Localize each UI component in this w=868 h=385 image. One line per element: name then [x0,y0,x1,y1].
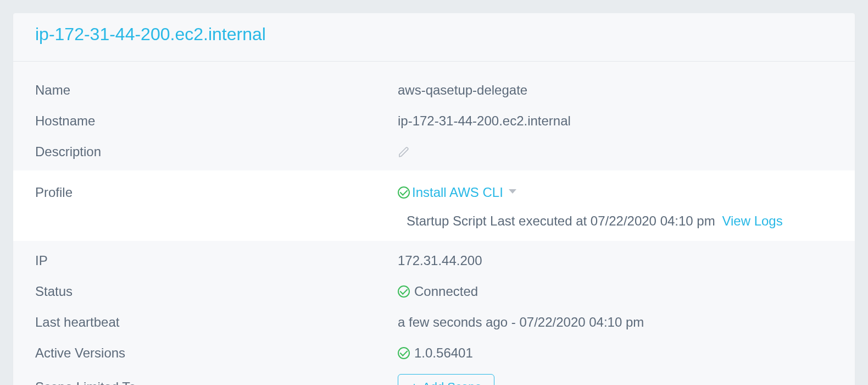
value-versions-cell: 1.0.56401 [398,343,833,363]
label-status: Status [35,282,398,301]
check-circle-icon [398,285,410,298]
label-hostname: Hostname [35,111,398,131]
row-description: Description [13,136,855,167]
value-status: Connected [414,282,478,301]
delegate-title-link[interactable]: ip-172-31-44-200.ec2.internal [35,24,266,44]
startup-script-text: Startup Script Last executed at 07/22/20… [407,213,715,228]
label-name: Name [35,80,398,100]
add-scope-button[interactable]: + Add Scope [398,374,494,385]
value-profile: Install AWS CLI Startup Script Last exec… [398,183,833,231]
install-aws-cli-link[interactable]: Install AWS CLI [412,183,503,202]
card-header: ip-172-31-44-200.ec2.internal [13,13,855,62]
row-versions: Active Versions 1.0.56401 [13,338,855,369]
row-name: Name aws-qasetup-delegate [13,62,855,106]
add-scope-label: Add Scope [422,380,482,385]
value-name: aws-qasetup-delegate [398,80,833,100]
plus-icon: + [410,381,418,385]
row-status: Status Connected [13,276,855,307]
row-hostname: Hostname ip-172-31-44-200.ec2.internal [13,106,855,136]
value-ip: 172.31.44.200 [398,251,833,271]
value-status-cell: Connected [398,282,833,301]
check-circle-icon [398,186,410,199]
pencil-icon[interactable] [398,145,411,158]
row-scope: Scope Limited To + Add Scope [13,369,855,385]
card-body: Name aws-qasetup-delegate Hostname ip-17… [13,62,855,385]
caret-down-icon[interactable] [509,189,516,194]
value-scope: + Add Scope [398,374,833,385]
label-ip: IP [35,251,398,271]
value-heartbeat: a few seconds ago - 07/22/2020 04:10 pm [398,312,833,332]
check-circle-icon [398,347,410,359]
profile-sub-line: Startup Script Last executed at 07/22/20… [398,211,783,231]
view-logs-link[interactable]: View Logs [722,213,782,228]
row-profile: Profile Install AWS CLI Startup Script L… [13,170,855,241]
label-versions: Active Versions [35,343,398,363]
label-heartbeat: Last heartbeat [35,312,398,332]
label-description: Description [35,142,398,162]
row-heartbeat: Last heartbeat a few seconds ago - 07/22… [13,307,855,338]
label-profile: Profile [35,183,398,202]
profile-install-row: Install AWS CLI [398,183,516,202]
label-scope: Scope Limited To [35,377,398,385]
value-hostname: ip-172-31-44-200.ec2.internal [398,111,833,131]
row-ip: IP 172.31.44.200 [13,245,855,276]
value-description [398,145,833,158]
value-versions: 1.0.56401 [414,343,473,363]
delegate-details-card: ip-172-31-44-200.ec2.internal Name aws-q… [13,13,855,385]
